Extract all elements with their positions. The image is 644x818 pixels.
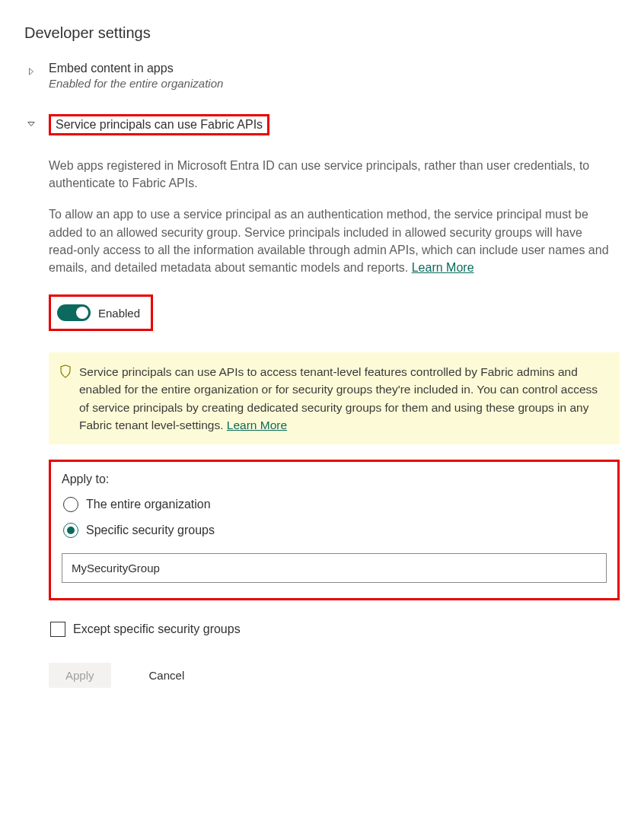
radio-icon-selected: [63, 523, 78, 538]
cancel-button[interactable]: Cancel: [132, 663, 202, 688]
enabled-toggle[interactable]: [57, 304, 91, 321]
page-title: Developer settings: [24, 24, 620, 42]
apply-to-label: Apply to:: [62, 473, 607, 486]
setting-sp-body: Web apps registered in Microsoft Entra I…: [24, 157, 620, 688]
except-groups-checkbox-row[interactable]: Except specific security groups: [49, 622, 620, 637]
apply-to-section-highlight: Apply to: The entire organization Specif…: [49, 460, 620, 600]
sp-description-2-text: To allow an app to use a service princip…: [49, 208, 609, 274]
sp-description-1: Web apps registered in Microsoft Entra I…: [49, 157, 612, 192]
radio-entire-org[interactable]: The entire organization: [62, 497, 607, 512]
banner-learn-more-link[interactable]: Learn More: [227, 419, 287, 431]
security-group-input[interactable]: [62, 553, 607, 583]
chevron-down-icon: [27, 117, 38, 128]
setting-embed-content[interactable]: Embed content in apps Enabled for the en…: [24, 62, 620, 90]
shield-icon: [59, 364, 72, 380]
checkbox-icon-unchecked: [50, 622, 65, 637]
enabled-toggle-highlight: Enabled: [49, 294, 153, 331]
learn-more-link[interactable]: Learn More: [412, 261, 474, 274]
info-banner-text-content: Service principals can use APIs to acces…: [79, 365, 598, 431]
apply-button[interactable]: Apply: [49, 663, 111, 688]
enabled-toggle-label: Enabled: [98, 307, 140, 320]
setting-sp-title-highlight: Service principals can use Fabric APIs: [49, 114, 269, 135]
info-banner-text: Service principals can use APIs to acces…: [79, 363, 604, 434]
info-banner: Service principals can use APIs to acces…: [49, 352, 620, 444]
radio-icon-unselected: [63, 497, 78, 512]
radio-specific-groups[interactable]: Specific security groups: [62, 523, 607, 538]
chevron-right-icon: [27, 65, 38, 75]
sp-description-2: To allow an app to use a service princip…: [49, 205, 612, 276]
toggle-thumb: [76, 307, 88, 319]
except-groups-label: Except specific security groups: [73, 622, 241, 636]
button-row: Apply Cancel: [49, 663, 620, 688]
setting-embed-subtitle: Enabled for the entire organization: [49, 77, 223, 90]
setting-sp-title: Service principals can use Fabric APIs: [56, 118, 263, 131]
radio-inner-dot: [67, 527, 75, 534]
radio-entire-org-label: The entire organization: [86, 498, 211, 511]
radio-specific-groups-label: Specific security groups: [86, 524, 215, 537]
setting-service-principals[interactable]: Service principals can use Fabric APIs: [24, 114, 620, 135]
setting-embed-title: Embed content in apps: [49, 62, 223, 75]
